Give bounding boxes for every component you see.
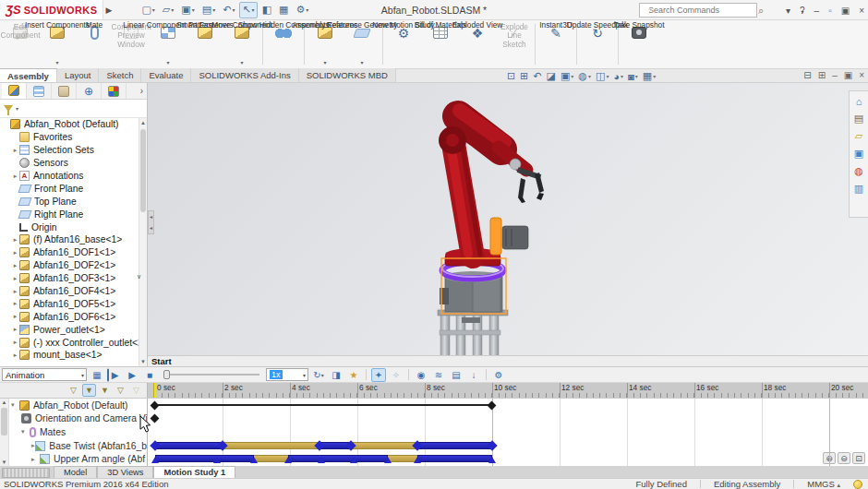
expand-arrow-icon[interactable]: ▸: [11, 249, 19, 256]
calculate-button[interactable]: ▦: [90, 368, 104, 382]
save-animation-button[interactable]: ◨: [329, 368, 344, 382]
motion-tree-item[interactable]: ▾Mates: [9, 425, 147, 439]
key-marker[interactable]: [284, 457, 292, 463]
key-change-bar[interactable]: [417, 442, 492, 449]
status-units[interactable]: MMGS ▴: [807, 479, 840, 489]
expand-arrow-icon[interactable]: ▸: [31, 456, 40, 463]
view-orientation-icon[interactable]: ▣▾: [561, 70, 573, 82]
pane-window-button[interactable]: ▫: [826, 6, 834, 16]
dimxpertmanager-tab[interactable]: ⊕: [77, 83, 102, 99]
file-explorer-icon[interactable]: ▱: [852, 129, 866, 143]
expand-arrow-icon[interactable]: ▸: [11, 352, 19, 359]
tab-scroll-handle[interactable]: [2, 468, 50, 478]
design-library-icon[interactable]: ▤: [852, 112, 866, 125]
key-marker[interactable]: [213, 457, 221, 463]
scroll-up-icon[interactable]: ▲: [139, 118, 147, 127]
tab-assembly[interactable]: Assembly: [0, 68, 57, 82]
contact-button[interactable]: ▤: [449, 368, 464, 382]
tree-item[interactable]: ▸Abfan16_DOF1<1>: [0, 246, 139, 259]
key-change-bar[interactable]: [155, 455, 254, 462]
restore-window-button[interactable]: ▣: [839, 6, 851, 16]
display-style-icon[interactable]: ◍▾: [578, 70, 591, 82]
close-window-button[interactable]: ×: [857, 6, 866, 16]
key-marker[interactable]: [414, 457, 421, 463]
configurationmanager-tab[interactable]: [52, 83, 77, 99]
minimize-document-button[interactable]: –: [832, 70, 838, 80]
play-button[interactable]: ▶: [125, 368, 139, 382]
hide-show-items-icon[interactable]: ◫▾: [596, 70, 609, 82]
options-button[interactable]: ⚙▾: [293, 2, 311, 18]
help-hint-icon[interactable]: [853, 480, 862, 489]
tree-item[interactable]: ▸AAnnotations: [0, 170, 139, 183]
tree-scrollbar[interactable]: ▲ ▼: [139, 118, 147, 366]
expand-arrow-icon[interactable]: ▸: [11, 326, 19, 333]
motion-tree-scrollbar[interactable]: ▲ ▼: [0, 399, 9, 467]
tree-item[interactable]: ▸Power_outlet<1>: [0, 323, 139, 336]
expand-arrow-icon[interactable]: ▸: [11, 300, 19, 307]
evaluate-grid-button[interactable]: ▦: [276, 2, 291, 18]
tree-item[interactable]: ▸Abfan16_DOF2<1>: [0, 259, 139, 272]
tree-item[interactable]: ▸(f) Abfan16_base<1>: [0, 233, 139, 246]
motion-tree-item[interactable]: ▸Upper Arm angle (Abf: [9, 452, 147, 466]
key-change-bar[interactable]: [417, 455, 492, 462]
edit-appearance-icon[interactable]: ◕▾: [613, 71, 623, 82]
animation-wizard-button[interactable]: ★: [346, 368, 361, 382]
key-marker[interactable]: [250, 457, 258, 463]
panel-splitter-handle[interactable]: ◂◂: [148, 210, 154, 234]
displaymanager-tab[interactable]: [102, 83, 127, 99]
menu-flyout-arrow[interactable]: ▶: [105, 3, 116, 18]
zoom-area-icon[interactable]: ⊞: [520, 70, 528, 82]
show-pane-b-button[interactable]: ⊞: [818, 70, 826, 80]
tree-item[interactable]: Top Plane: [0, 195, 139, 208]
sheet-tab-3d-views[interactable]: 3D Views: [97, 466, 153, 478]
view-palette-icon[interactable]: ▣: [852, 147, 866, 161]
zoom-fit-icon[interactable]: ⊡: [507, 70, 515, 82]
filter-none-button[interactable]: ▽: [66, 384, 80, 397]
minimize-window-button[interactable]: –: [813, 6, 822, 16]
show-pane-a-button[interactable]: ⊟: [803, 70, 811, 80]
key-marker[interactable]: [350, 457, 357, 463]
appearances-scenes-icon[interactable]: ◍: [852, 164, 866, 178]
tree-item[interactable]: ▸(-) xxx Controller_outlet<2>: [0, 336, 139, 349]
tree-filter-row[interactable]: ▾: [0, 100, 147, 118]
timeline-ruler[interactable]: 0 sec2 sec4 sec6 sec8 sec10 sec12 sec14 …: [148, 383, 868, 398]
motion-tree-item[interactable]: ▸Base Twist (Abfan16_b: [9, 439, 147, 453]
timeline-tracks[interactable]: ⊕⊖⊡: [148, 399, 868, 467]
expand-arrow-icon[interactable]: ▸: [11, 288, 19, 295]
key-marker[interactable]: [384, 457, 392, 463]
view-settings-icon[interactable]: ▦▾: [643, 70, 656, 82]
search-dropdown-button[interactable]: ▾: [784, 6, 792, 16]
timeline-zoom-out-button[interactable]: ⊖: [838, 452, 850, 464]
scrollbar-thumb[interactable]: [1, 408, 7, 435]
key-change-bar[interactable]: [155, 442, 223, 449]
tree-item[interactable]: ▸Abfan16_DOF6<1>: [0, 310, 139, 323]
magnifier-icon[interactable]: ⌕: [758, 5, 764, 17]
open-button[interactable]: ▱▾: [160, 2, 176, 18]
tab-solidworks-add-ins[interactable]: SOLIDWORKS Add-Ins: [191, 68, 298, 82]
tree-scroll-down-icon[interactable]: ∨: [137, 273, 141, 280]
slider-thumb[interactable]: [163, 370, 170, 379]
gravity-button[interactable]: ↓: [466, 368, 481, 382]
timeline-zoom-fit-button[interactable]: ⊡: [852, 452, 865, 464]
select-button[interactable]: ↖▾: [239, 2, 257, 18]
apply-scene-icon[interactable]: ◙▾: [628, 71, 638, 82]
expand-arrow-icon[interactable]: ▾: [21, 428, 30, 435]
expand-arrow-icon[interactable]: ▸: [11, 147, 19, 154]
key-marker[interactable]: [151, 400, 160, 410]
save-button[interactable]: ▣▾: [178, 2, 197, 18]
motion-study-properties-button[interactable]: ⚙: [491, 368, 506, 382]
tree-item[interactable]: Sensors: [0, 157, 139, 170]
sheet-tab-motion-study-1[interactable]: Motion Study 1: [153, 466, 235, 478]
key-marker[interactable]: [487, 441, 497, 451]
help-button[interactable]: ?▾: [798, 6, 807, 16]
tab-solidworks-mbd[interactable]: SOLIDWORKS MBD: [299, 68, 396, 82]
key-marker[interactable]: [488, 457, 496, 463]
section-view-icon[interactable]: ◪: [547, 70, 556, 82]
playhead-timebar[interactable]: [153, 383, 156, 398]
restore-document-button[interactable]: ▣: [844, 70, 852, 80]
graphics-viewport[interactable]: ◂◂ ⌂▤▱▣◍▥ Start: [148, 83, 868, 366]
tree-item[interactable]: ▸mount_base<1>: [0, 349, 139, 362]
tree-item[interactable]: Origin: [0, 221, 139, 233]
spring-button[interactable]: ≋: [431, 368, 446, 382]
tree-item[interactable]: ▸Abfan16_DOF5<1>: [0, 297, 139, 310]
